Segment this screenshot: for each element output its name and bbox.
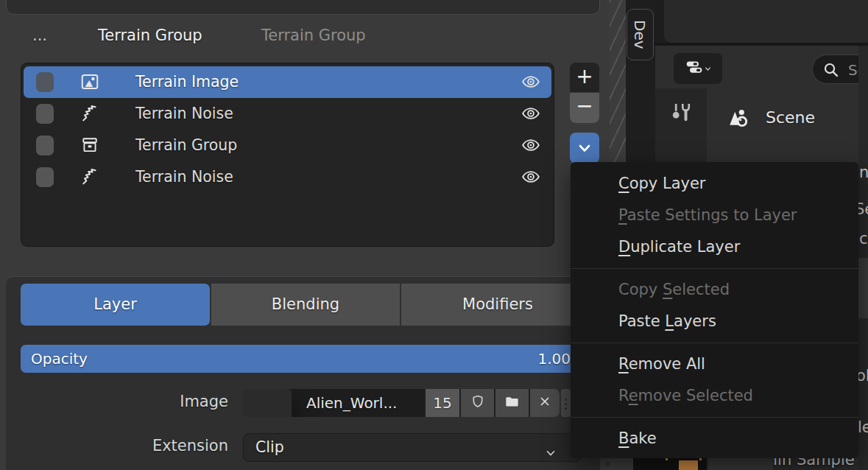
context-menu-items: Copy LayerPaste Settings to LayerDuplica… <box>571 168 858 455</box>
sidebar-tab-dev[interactable]: Dev <box>627 9 654 60</box>
image-browse-button[interactable] <box>243 389 292 417</box>
chevron-down-icon <box>704 62 712 76</box>
top-panel-edge <box>6 0 600 15</box>
opacity-label: Opacity <box>31 345 88 373</box>
layer-name: Terrain Image <box>135 73 239 91</box>
scene-icon <box>724 105 750 131</box>
outliner-panel-corner <box>664 0 868 43</box>
add-layer-button[interactable]: + <box>570 63 599 92</box>
layer-checkbox[interactable] <box>36 72 54 92</box>
noise-icon <box>80 103 100 124</box>
chevron-down-icon <box>576 146 593 160</box>
menu-separator <box>571 343 858 343</box>
thumbnail-orange-tick <box>666 458 668 460</box>
menu-separator <box>571 417 858 418</box>
menu-item-duplicate-layer[interactable]: Duplicate Layer <box>571 231 858 263</box>
properties-edge-band <box>858 258 868 318</box>
clipped-text-fragment: le <box>858 418 868 436</box>
layer-list: Terrain ImageTerrain NoiseTerrain GroupT… <box>21 63 554 247</box>
tab-modifiers[interactable]: Modifiers <box>401 284 594 326</box>
visibility-eye-icon[interactable] <box>521 72 540 91</box>
open-image-button[interactable] <box>495 389 529 417</box>
layer-specials-menu-button[interactable] <box>570 133 599 164</box>
extension-dropdown[interactable]: Clip <box>243 433 582 462</box>
layer-name: Terrain Noise <box>135 168 233 186</box>
properties-editor-icon <box>685 57 704 80</box>
fake-user-shield-button[interactable] <box>461 389 494 417</box>
thumbnail-strip-item <box>708 458 773 470</box>
extension-value: Clip <box>255 434 284 461</box>
clipped-text-fragment: n <box>859 164 868 181</box>
menu-item-remove-selected: Remove Selected <box>571 380 858 412</box>
menu-item-paste-settings-to-layer: Paste Settings to Layer <box>571 200 858 231</box>
group-icon <box>80 135 100 155</box>
layer-row-terrain-noise[interactable]: Terrain Noise <box>24 161 551 193</box>
layer-checkbox[interactable] <box>36 136 54 155</box>
close-icon <box>538 394 551 412</box>
blender-terrain-layers-ui: ... Terrain Group Terrain Group Terrain … <box>0 0 868 470</box>
thumbnail-orange-tick <box>699 458 702 460</box>
layer-checkbox[interactable] <box>36 167 54 187</box>
breadcrumb-terrain-group[interactable]: Terrain Group <box>261 27 366 44</box>
layer-row-terrain-noise[interactable]: Terrain Noise <box>24 98 551 130</box>
menu-item-copy-selected: Copy Selected <box>571 274 858 306</box>
visibility-eye-icon[interactable] <box>521 167 540 186</box>
shield-icon <box>470 393 486 413</box>
opacity-slider[interactable]: Opacity 1.00 <box>21 345 582 373</box>
unlink-image-button[interactable] <box>530 389 560 417</box>
tab-layer[interactable]: Layer <box>21 284 210 326</box>
breadcrumb-overflow[interactable]: ... <box>32 27 47 44</box>
image-datablock-widget: Alien_Worl... 15 <box>243 389 560 417</box>
panel-drag-grip[interactable] <box>561 389 571 417</box>
breadcrumb-terrain-group-active[interactable]: Terrain Group <box>98 27 202 44</box>
breadcrumb-scene[interactable]: Scene <box>766 108 815 127</box>
editor-type-button[interactable] <box>674 53 722 84</box>
layer-row-terrain-group[interactable]: Terrain Group <box>24 130 551 161</box>
thumbnail-orange <box>679 460 698 470</box>
search-icon <box>822 60 841 83</box>
clipped-text-fragment: c <box>859 230 868 248</box>
layer-name: Terrain Group <box>135 136 237 154</box>
layer-checkbox[interactable] <box>36 104 54 124</box>
layer-name: Terrain Noise <box>135 105 233 122</box>
tab-blending[interactable]: Blending <box>211 284 400 326</box>
chevron-down-icon <box>544 441 557 469</box>
thumbnail-strip-item: « <box>600 458 633 470</box>
menu-item-paste-layers[interactable]: Paste Layers <box>571 306 858 337</box>
image-icon <box>80 71 100 92</box>
remove-layer-button[interactable]: − <box>570 93 599 123</box>
image-name-field[interactable]: Alien_Worl... <box>293 389 424 417</box>
visibility-eye-icon[interactable] <box>521 136 540 155</box>
opacity-value: 1.00 <box>537 345 571 373</box>
visibility-eye-icon[interactable] <box>521 104 540 123</box>
tool-tab-icon[interactable] <box>668 99 694 124</box>
image-users-count-button[interactable]: 15 <box>426 389 459 417</box>
noise-icon <box>80 166 100 187</box>
image-label: Image <box>133 393 228 410</box>
menu-item-remove-all[interactable]: Remove All <box>571 348 858 380</box>
menu-item-copy-layer[interactable]: Copy Layer <box>571 168 858 200</box>
folder-icon <box>504 393 521 413</box>
extension-label: Extension <box>133 437 228 455</box>
layer-context-menu: Copy LayerPaste Settings to LayerDuplica… <box>571 162 858 458</box>
layer-row-terrain-image[interactable]: Terrain Image <box>24 66 551 98</box>
menu-separator <box>571 268 858 269</box>
menu-item-bake[interactable]: Bake <box>571 423 858 455</box>
